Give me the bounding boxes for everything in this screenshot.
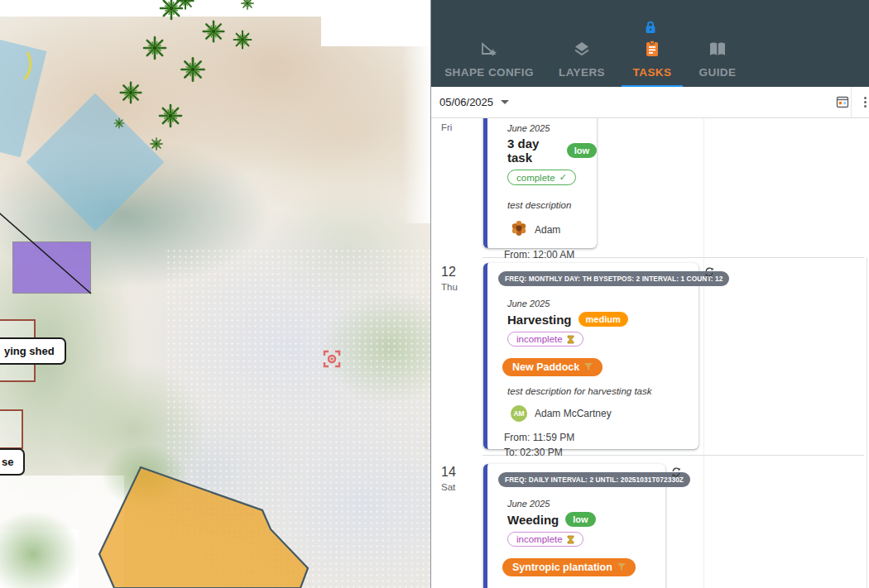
day-weekday: Thu bbox=[441, 282, 481, 292]
priority-badge: low bbox=[565, 512, 595, 527]
map-label-shed: ying shed bbox=[0, 337, 66, 365]
filter-icon bbox=[617, 563, 626, 571]
day-number: 12 bbox=[441, 265, 481, 280]
tab-layers[interactable]: LAYERS bbox=[542, 40, 622, 87]
column-divider bbox=[703, 118, 704, 588]
filter-icon bbox=[584, 363, 593, 371]
recurrence-rule-badge: FREQ: DAILY INTERVAL: 2 UNTIL: 20251031T… bbox=[498, 472, 690, 487]
date-dropdown[interactable]: 05/06/2025 bbox=[439, 87, 509, 117]
day-weekday: Sat bbox=[441, 482, 481, 492]
tab-label: LAYERS bbox=[559, 66, 605, 79]
task-title: Harvesting bbox=[507, 313, 572, 327]
tab-label: GUIDE bbox=[699, 66, 737, 79]
map-line-black[interactable] bbox=[0, 209, 91, 294]
task-month: June 2025 bbox=[507, 499, 665, 509]
map-overlay-svg bbox=[0, 0, 430, 588]
assignee-row: Adam bbox=[511, 220, 597, 240]
tab-tasks[interactable]: TASKS bbox=[622, 40, 683, 87]
task-description: test description bbox=[507, 200, 597, 210]
panel-header: SHAPE CONFIG LAYERS bbox=[431, 0, 869, 87]
chevron-down-icon bbox=[501, 100, 509, 104]
guide-icon bbox=[708, 40, 727, 61]
task-from: From: 12:00 AM bbox=[504, 249, 597, 261]
day-number: 14 bbox=[441, 465, 481, 480]
layers-icon bbox=[573, 40, 591, 61]
tab-label: SHAPE CONFIG bbox=[444, 66, 534, 79]
status-badge: complete ✓ bbox=[507, 170, 576, 185]
recurrence-rule-badge: FREQ: MONTHLY DAY: TH BYSETPOS: 2 INTERV… bbox=[498, 271, 729, 286]
recurrence-icon bbox=[671, 466, 681, 480]
app-screen: ying shed se bbox=[0, 0, 869, 588]
hourglass-icon bbox=[567, 335, 574, 344]
tab-guide[interactable]: GUIDE bbox=[683, 40, 752, 87]
day-number: 6 bbox=[441, 118, 481, 120]
task-title: 3 day task bbox=[507, 136, 560, 165]
side-panel: SHAPE CONFIG LAYERS bbox=[430, 0, 869, 588]
task-month: June 2025 bbox=[507, 123, 597, 133]
task-month: June 2025 bbox=[507, 299, 699, 308]
lock-icon bbox=[644, 21, 657, 37]
task-description: test description for harvesting task bbox=[507, 386, 699, 396]
tab-shape-config[interactable]: SHAPE CONFIG bbox=[436, 40, 542, 87]
task-from: From: 11:59 PM bbox=[504, 432, 699, 443]
map-label-house: se bbox=[0, 448, 25, 476]
task-card-3-day-task[interactable]: June 2025 3 day task low complete ✓ test… bbox=[483, 118, 597, 248]
map-canvas[interactable]: ying shed se bbox=[0, 0, 430, 588]
paddock-chip[interactable]: New Paddock bbox=[502, 358, 603, 376]
kebab-menu-icon[interactable] bbox=[864, 97, 867, 109]
agenda-list[interactable]: 6 Fri June 2025 3 day task low complete … bbox=[431, 118, 869, 588]
date-value: 05/06/2025 bbox=[439, 96, 493, 108]
task-card-weeding[interactable]: FREQ: DAILY INTERVAL: 2 UNTIL: 20251031T… bbox=[483, 464, 665, 588]
divider bbox=[851, 87, 852, 117]
recurrence-icon bbox=[704, 265, 714, 280]
paddock-chip[interactable]: Syntropic plantation bbox=[502, 558, 636, 576]
tasks-toolbar: 05/06/2025 bbox=[431, 87, 869, 118]
hourglass-icon bbox=[567, 535, 574, 544]
assignee-row: AM Adam McCartney bbox=[511, 405, 699, 422]
priority-badge: low bbox=[567, 143, 597, 158]
task-card-harvesting[interactable]: FREQ: MONTHLY DAY: TH BYSETPOS: 2 INTERV… bbox=[483, 263, 699, 449]
priority-badge: medium bbox=[579, 312, 628, 327]
scroll-edge bbox=[867, 257, 867, 588]
day-weekday: Fri bbox=[441, 122, 481, 132]
assignee-name: Adam bbox=[535, 224, 560, 236]
check-icon: ✓ bbox=[559, 172, 567, 183]
map-path-yellow bbox=[25, 52, 31, 79]
day-header-6: 6 Fri bbox=[441, 118, 481, 132]
task-to: To: 02:30 PM bbox=[504, 447, 699, 458]
task-title: Weeding bbox=[507, 513, 559, 527]
assignee-name: Adam McCartney bbox=[535, 408, 612, 419]
tab-bar: SHAPE CONFIG LAYERS bbox=[436, 40, 752, 87]
palm-trees bbox=[114, 0, 253, 150]
flower-avatar bbox=[511, 220, 527, 240]
status-badge: incomplete bbox=[507, 532, 583, 547]
tasks-icon bbox=[643, 40, 661, 61]
day-header-12: 12 Thu bbox=[441, 265, 481, 292]
calendar-icon[interactable] bbox=[836, 95, 849, 112]
status-badge: incomplete bbox=[507, 332, 583, 347]
target-icon[interactable] bbox=[324, 351, 339, 366]
avatar-initials: AM bbox=[511, 405, 527, 422]
shape-config-icon bbox=[480, 40, 498, 61]
map-shape-orange-paddock[interactable] bbox=[99, 467, 308, 588]
tab-label: TASKS bbox=[633, 66, 672, 79]
day-header-14: 14 Sat bbox=[441, 465, 481, 492]
